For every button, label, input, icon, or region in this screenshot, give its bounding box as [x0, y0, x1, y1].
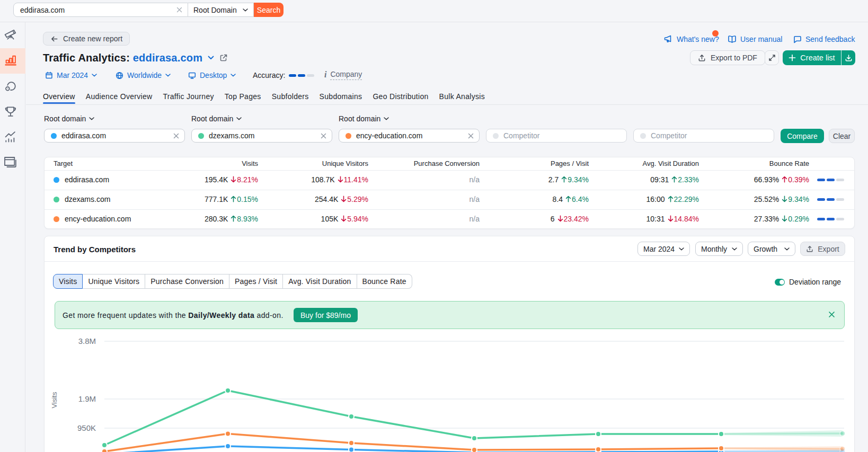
svg-text:Visits: Visits	[50, 392, 58, 408]
svg-text:1.9M: 1.9M	[78, 394, 96, 403]
svg-text:3.8M: 3.8M	[78, 336, 96, 345]
svg-text:950K: 950K	[77, 423, 96, 432]
